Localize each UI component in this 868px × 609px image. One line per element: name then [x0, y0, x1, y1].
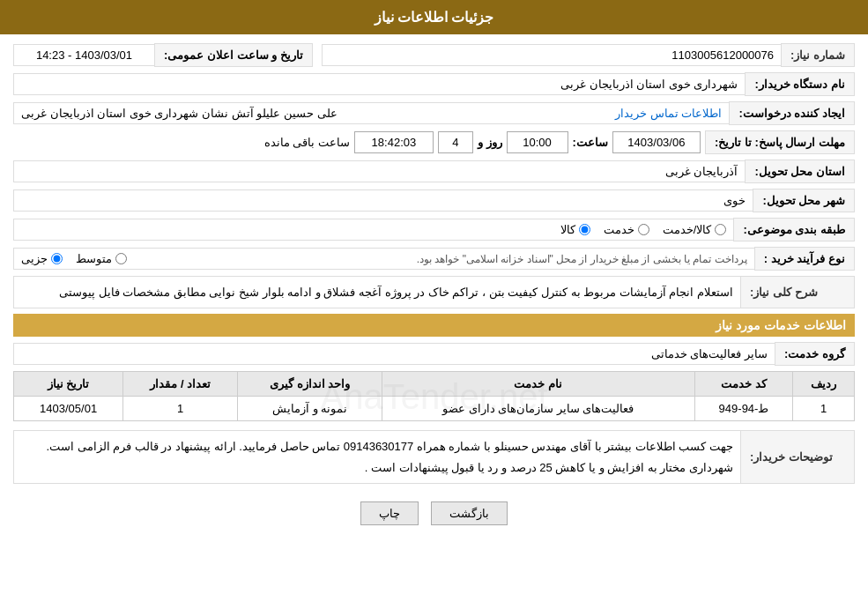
- mohlat-mande: 18:42:03: [354, 131, 434, 153]
- shomare-niaz-label: شماره نیاز:: [781, 43, 855, 67]
- tabaqe-kala-option[interactable]: کالا: [560, 223, 590, 236]
- goroh-value: سایر فعالیت‌های خدماتی: [13, 343, 775, 365]
- cell-radif: 1: [793, 397, 855, 421]
- cell-tarikh: 1403/05/01: [14, 397, 123, 421]
- ijad-konande-label: ایجاد کننده درخواست:: [729, 101, 855, 125]
- cell-kod: ط-94-949: [694, 397, 793, 421]
- nam-dastgah-label: نام دستگاه خریدار:: [745, 72, 855, 96]
- services-table-header: ردیف کد خدمت نام خدمت واحد اندازه گیری ت…: [14, 372, 855, 397]
- page-header: جزئیات اطلاعات نیاز: [0, 0, 868, 34]
- ijad-konande-link[interactable]: اطلاعات تماس خریدار: [615, 107, 722, 120]
- table-row: 1 ط-94-949 فعالیت‌های سایر سازمان‌های دا…: [14, 397, 855, 421]
- nove-farayand-label: نوع فرآیند خرید :: [754, 247, 855, 271]
- tozihat-value: جهت کسب اطلاعات بیشتر با آقای مهندس حسین…: [13, 430, 740, 484]
- col-name: نام خدمت: [382, 372, 694, 397]
- shahr-value: خوی: [13, 189, 753, 212]
- cell-name: فعالیت‌های سایر سازمان‌های دارای عضو: [382, 397, 694, 421]
- tabaqe-kala-khedmat-option[interactable]: کالا/خدمت: [663, 223, 727, 236]
- col-vahed: واحد اندازه گیری: [238, 372, 382, 397]
- aetlaat-section-title: اطلاعات خدمات مورد نیاز: [13, 314, 855, 337]
- mohlat-label: مهلت ارسال پاسخ: تا تاریخ:: [705, 130, 855, 154]
- nove-motavasset-option[interactable]: متوسط: [76, 252, 127, 265]
- nove-desc: پرداخت تمام یا بخشی از مبلغ خریدار از مح…: [417, 253, 747, 265]
- nove-jozii-radio[interactable]: [51, 253, 63, 264]
- nove-radio-group: متوسط جزیی: [21, 252, 127, 265]
- page-container: جزئیات اطلاعات نیاز شماره نیاز: 11030056…: [0, 0, 868, 609]
- mohlat-mande-label: ساعت باقی مانده: [264, 136, 350, 149]
- shomare-niaz-value: 1103005612000076: [322, 44, 781, 66]
- bazgasht-button[interactable]: بازگشت: [431, 501, 508, 525]
- content-area: شماره نیاز: 1103005612000076 تاریخ و ساع…: [0, 34, 868, 543]
- col-tarikh: تاریخ نیاز: [14, 372, 123, 397]
- cell-tedad: 1: [123, 397, 238, 421]
- tozihat-label: توضیحات خریدار:: [740, 430, 855, 484]
- col-radif: ردیف: [793, 372, 855, 397]
- sharh-label: شرح کلی نیاز:: [740, 276, 855, 308]
- col-tedad: تعداد / مقدار: [123, 372, 238, 397]
- ostan-label: استان محل تحویل:: [745, 160, 855, 183]
- tabaqe-khedmat-option[interactable]: خدمت: [604, 223, 649, 236]
- button-row: بازگشت چاپ: [13, 493, 855, 534]
- mohlat-saat: 10:00: [507, 131, 568, 153]
- mohlat-date: 1403/03/06: [612, 131, 701, 153]
- col-kod: کد خدمت: [694, 372, 793, 397]
- goroh-label: گروه خدمت:: [775, 342, 855, 366]
- tabaqe-kala-radio[interactable]: [579, 224, 590, 235]
- nam-dastgah-value: شهرداری خوی استان اذربایجان غربی: [13, 73, 745, 95]
- shahr-label: شهر محل تحویل:: [753, 189, 855, 212]
- page-title: جزئیات اطلاعات نیاز: [375, 10, 494, 25]
- tabaqe-khedmat-radio[interactable]: [638, 224, 649, 235]
- chap-button[interactable]: چاپ: [360, 501, 419, 525]
- services-table: ردیف کد خدمت نام خدمت واحد اندازه گیری ت…: [13, 371, 855, 421]
- nove-motavasset-radio[interactable]: [115, 253, 127, 264]
- services-table-body: 1 ط-94-949 فعالیت‌های سایر سازمان‌های دا…: [14, 397, 855, 421]
- tarikh-label: تاریخ و ساعت اعلان عمومی:: [154, 43, 313, 67]
- mohlat-roz: 4: [438, 131, 473, 153]
- tabaqe-label: طبقه بندی موضوعی:: [733, 218, 855, 241]
- tabaqe-radio-group: کالا/خدمت خدمت کالا: [21, 223, 726, 236]
- mohlat-roz-label: روز و: [478, 136, 502, 149]
- tarikh-value: 1403/03/01 - 14:23: [13, 44, 154, 66]
- tabaqe-kala-khedmat-radio[interactable]: [715, 224, 726, 235]
- cell-vahed: نمونه و آزمایش: [238, 397, 382, 421]
- ostan-value: آذربایجان غربی: [13, 160, 745, 182]
- nove-jozii-option[interactable]: جزیی: [21, 252, 63, 265]
- mohlat-saat-label: ساعت:: [573, 136, 608, 149]
- ijad-konande-value: علی حسین علیلو آتش نشان شهرداری خوی استا…: [21, 107, 338, 120]
- sharh-value: استعلام انجام آزمایشات مربوط به کنترل کی…: [13, 276, 740, 308]
